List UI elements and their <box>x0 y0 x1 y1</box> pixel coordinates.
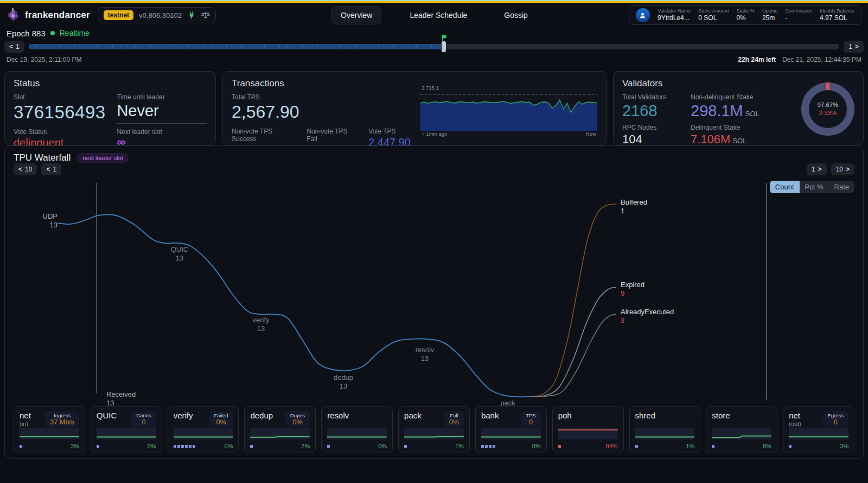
epoch-progress-slider[interactable] <box>29 44 840 49</box>
wf-label-resolv: resolv13 <box>392 346 457 363</box>
realtime-label: Realtime <box>60 29 90 37</box>
total-validators-label: Total Validators <box>622 93 682 101</box>
status-square-icon <box>185 445 188 448</box>
tile-title-wrap: resolv <box>327 411 349 420</box>
wf-label-buffered: Buffered1 <box>621 198 647 215</box>
tile-status-squares <box>635 445 638 448</box>
validator-field-value: 25m <box>762 14 778 22</box>
status-square-icon <box>404 445 407 448</box>
brand-name: frankendancer <box>25 10 90 21</box>
vote-tps-label: Vote TPS <box>368 128 411 135</box>
tile-badge-value: 37 Mb/s <box>50 418 74 426</box>
tile-badge-value: 0% <box>449 418 459 426</box>
validators-card: Validators Total Validators 2168 Non-del… <box>613 71 864 145</box>
tile-bank[interactable]: bankTPS00% <box>475 406 547 453</box>
tile-foot: 1% <box>404 443 464 449</box>
tile-busy-pct: 0% <box>225 443 233 449</box>
tile-title: QUIC <box>97 411 117 420</box>
tile-pack[interactable]: packFull0%1% <box>398 406 470 453</box>
status-square-icon <box>181 445 184 448</box>
tile-badge-value: 0 <box>526 418 535 426</box>
epoch-prev-label: 1 <box>16 43 20 50</box>
tile-head: store <box>712 411 771 427</box>
epoch-label: Epoch 883 <box>7 29 46 38</box>
tile-head: poh <box>558 411 618 427</box>
tile-net-out[interactable]: net(out)Egress03% <box>783 406 854 453</box>
tile-busy-pct: 1% <box>686 443 694 449</box>
tile-title: verify <box>174 411 193 420</box>
tps-x-end-label: Now <box>586 131 596 137</box>
wf-path-already-executed <box>529 314 616 397</box>
next-leader-slot-badge: next leader slot <box>77 153 129 163</box>
wf-stage-name: Buffered <box>621 198 647 207</box>
brand: frankendancer <box>7 8 90 22</box>
validator-field-stake-amount: Stake Amount0 SOL <box>698 8 729 22</box>
tile-busy-pct: 3% <box>71 443 79 449</box>
tile-title: dedup <box>250 411 273 420</box>
validator-field-value: 0% <box>736 14 755 22</box>
tile-net-in[interactable]: net(in)Ingress37 Mb/s3% <box>14 406 85 453</box>
chevron-right-icon: > <box>846 166 850 173</box>
tpu-forward-1-button[interactable]: 1> <box>807 163 827 175</box>
plug-icon[interactable] <box>187 11 196 20</box>
tile-title-wrap: store <box>712 411 730 420</box>
wf-stage-name: Expired <box>621 281 644 289</box>
wf-label-dedup: dedup13 <box>311 373 376 391</box>
epoch-start-time: Dec 19, 2025, 2:11:00 PM <box>7 56 82 63</box>
tps-area-chart <box>420 92 597 131</box>
tile-foot: 0% <box>327 443 387 449</box>
tile-badge-label: TPS <box>526 412 535 418</box>
tile-sparkline <box>635 428 695 440</box>
tpu-forward-10-button[interactable]: 10> <box>831 163 854 175</box>
tile-title: pack <box>404 411 422 420</box>
tile-foot: 84% <box>558 443 618 449</box>
stake-pct-delinquent: 2.33% <box>819 109 837 117</box>
main-tabs: OverviewLeader ScheduleGossip <box>331 6 537 24</box>
validator-summary[interactable]: Validator Name9YtrdLe4...Stake Amount0 S… <box>629 5 861 25</box>
nondelinquent-stake-unit: SOL <box>745 110 760 118</box>
tile-title-wrap: net(out) <box>789 411 801 427</box>
tile-badge-value: 0% <box>290 418 305 426</box>
tile-shred[interactable]: shred1% <box>629 406 701 453</box>
status-card-title: Status <box>14 78 207 89</box>
environment-box: testnet v0.806.30102 <box>98 7 216 23</box>
vote-status-label: Vote Status <box>14 128 117 136</box>
tile-quic[interactable]: QUICConns00% <box>91 406 162 453</box>
delinquent-stake-label: Delinquent Stake <box>691 124 794 131</box>
realtime-dot-icon <box>50 31 55 35</box>
chevron-left-icon: < <box>9 43 13 50</box>
tile-badge: Egress0 <box>822 411 848 427</box>
epoch-next-button[interactable]: 1 > <box>844 41 864 53</box>
tile-sparkline <box>97 428 156 440</box>
app-header: frankendancer testnet v0.806.30102 Overv… <box>0 3 868 27</box>
epoch-slider-thumb[interactable] <box>441 41 446 53</box>
tile-dedup[interactable]: dedupDupes0%2% <box>244 406 316 453</box>
tile-foot: 3% <box>789 443 848 449</box>
tile-sparkline <box>481 428 541 440</box>
status-square-icon <box>97 445 99 448</box>
tpu-back-1-button[interactable]: <1 <box>41 163 61 175</box>
tile-title-wrap: bank <box>481 411 499 420</box>
status-square-icon <box>327 445 330 448</box>
epoch-prev-button[interactable]: < 1 <box>4 41 24 53</box>
tile-store[interactable]: store8% <box>706 406 777 453</box>
scale-icon[interactable] <box>201 11 210 20</box>
version-label: v0.806.30102 <box>139 11 182 20</box>
tps-x-start-label: ~ 1min ago <box>422 131 447 137</box>
nondelinquent-stake-label: Non-delinquent Stake <box>691 93 794 101</box>
tile-resolv[interactable]: resolv0% <box>321 406 393 453</box>
nav-count-label: 1 <box>53 166 56 173</box>
tab-overview[interactable]: Overview <box>331 6 381 24</box>
tile-busy-pct: 0% <box>148 443 156 449</box>
tile-badge: Ingress37 Mb/s <box>45 411 79 427</box>
tpu-back-10-button[interactable]: <10 <box>14 163 37 175</box>
tile-poh[interactable]: poh84% <box>552 406 624 453</box>
tab-leader-schedule[interactable]: Leader Schedule <box>401 7 476 24</box>
tile-head: resolv <box>327 411 387 427</box>
tile-title-wrap: verify <box>174 411 193 420</box>
tile-verify[interactable]: verifyFailed0%0% <box>168 406 239 453</box>
rpc-nodes-label: RPC Nodes <box>622 124 682 131</box>
stat-cards-row: Status Slot 376156493 Time until leader … <box>0 71 868 145</box>
tile-sparkline <box>558 428 618 440</box>
tab-gossip[interactable]: Gossip <box>495 7 537 24</box>
